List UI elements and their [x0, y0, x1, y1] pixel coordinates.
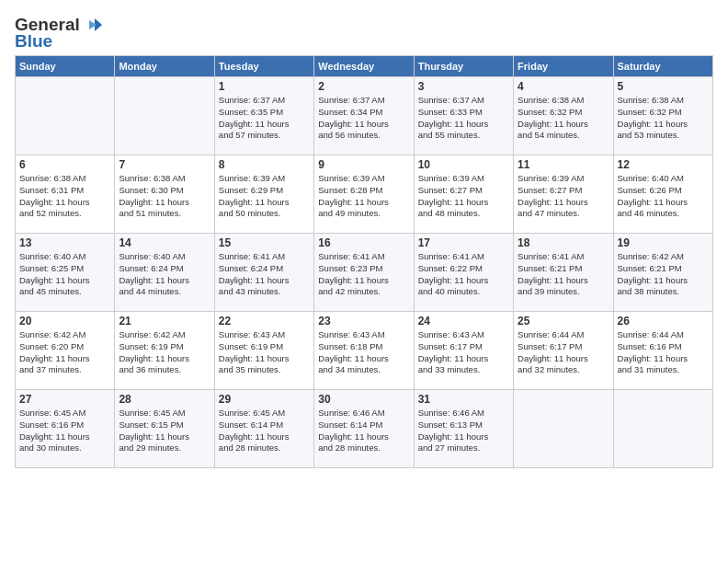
weekday-header-sunday: Sunday — [16, 56, 115, 77]
calendar-cell: 2Sunrise: 6:37 AMSunset: 6:34 PMDaylight… — [314, 77, 414, 155]
cell-info: Sunrise: 6:41 AMSunset: 6:21 PMDaylight:… — [518, 251, 609, 298]
calendar-cell: 28Sunrise: 6:45 AMSunset: 6:15 PMDayligh… — [115, 390, 214, 468]
cell-info: Sunrise: 6:46 AMSunset: 6:13 PMDaylight:… — [418, 408, 509, 454]
logo: General Blue — [15, 15, 102, 52]
day-number: 31 — [418, 393, 509, 406]
cell-info: Sunrise: 6:42 AMSunset: 6:21 PMDaylight:… — [618, 251, 709, 298]
cell-info: Sunrise: 6:45 AMSunset: 6:16 PMDaylight:… — [19, 408, 110, 454]
day-number: 11 — [518, 158, 609, 171]
cell-info: Sunrise: 6:43 AMSunset: 6:19 PMDaylight:… — [219, 329, 310, 376]
cell-info: Sunrise: 6:40 AMSunset: 6:25 PMDaylight:… — [19, 251, 110, 298]
weekday-header-thursday: Thursday — [414, 56, 513, 77]
cell-info: Sunrise: 6:37 AMSunset: 6:34 PMDaylight:… — [318, 95, 409, 142]
day-number: 12 — [618, 158, 709, 171]
weekday-header-friday: Friday — [514, 56, 613, 77]
calendar-cell: 11Sunrise: 6:39 AMSunset: 6:27 PMDayligh… — [514, 155, 613, 234]
cell-info: Sunrise: 6:44 AMSunset: 6:16 PMDaylight:… — [618, 329, 709, 376]
calendar-cell: 23Sunrise: 6:43 AMSunset: 6:18 PMDayligh… — [314, 312, 414, 390]
calendar-cell: 4Sunrise: 6:38 AMSunset: 6:32 PMDaylight… — [514, 77, 613, 155]
day-number: 8 — [219, 158, 310, 171]
calendar-cell — [613, 390, 712, 468]
cell-info: Sunrise: 6:42 AMSunset: 6:19 PMDaylight:… — [119, 329, 210, 376]
calendar-cell: 13Sunrise: 6:40 AMSunset: 6:25 PMDayligh… — [16, 234, 115, 312]
day-number: 20 — [19, 315, 110, 327]
calendar-header-row: SundayMondayTuesdayWednesdayThursdayFrid… — [16, 56, 713, 77]
cell-info: Sunrise: 6:46 AMSunset: 6:14 PMDaylight:… — [318, 408, 409, 454]
cell-info: Sunrise: 6:39 AMSunset: 6:27 PMDaylight:… — [518, 173, 609, 220]
cell-info: Sunrise: 6:39 AMSunset: 6:27 PMDaylight:… — [418, 173, 509, 220]
calendar-cell: 27Sunrise: 6:45 AMSunset: 6:16 PMDayligh… — [16, 390, 115, 468]
cell-info: Sunrise: 6:40 AMSunset: 6:24 PMDaylight:… — [119, 251, 210, 298]
logo-blue: Blue — [15, 31, 52, 52]
cell-info: Sunrise: 6:44 AMSunset: 6:17 PMDaylight:… — [518, 329, 609, 376]
day-number: 18 — [518, 236, 609, 249]
calendar-week-4: 20Sunrise: 6:42 AMSunset: 6:20 PMDayligh… — [16, 312, 713, 390]
calendar-cell: 21Sunrise: 6:42 AMSunset: 6:19 PMDayligh… — [115, 312, 214, 390]
day-number: 17 — [418, 236, 509, 249]
calendar-cell — [16, 77, 115, 155]
calendar-cell: 12Sunrise: 6:40 AMSunset: 6:26 PMDayligh… — [613, 155, 712, 234]
day-number: 29 — [219, 393, 310, 406]
calendar-cell: 19Sunrise: 6:42 AMSunset: 6:21 PMDayligh… — [613, 234, 712, 312]
day-number: 23 — [318, 315, 409, 327]
weekday-header-saturday: Saturday — [613, 56, 712, 77]
day-number: 25 — [518, 315, 609, 327]
day-number: 22 — [219, 315, 310, 327]
calendar-cell: 22Sunrise: 6:43 AMSunset: 6:19 PMDayligh… — [214, 312, 313, 390]
day-number: 2 — [318, 80, 409, 93]
logo-icon — [82, 15, 102, 35]
cell-info: Sunrise: 6:45 AMSunset: 6:14 PMDaylight:… — [219, 408, 310, 454]
day-number: 15 — [219, 236, 310, 249]
day-number: 19 — [618, 236, 709, 249]
cell-info: Sunrise: 6:45 AMSunset: 6:15 PMDaylight:… — [119, 408, 210, 454]
calendar-cell: 16Sunrise: 6:41 AMSunset: 6:23 PMDayligh… — [314, 234, 414, 312]
calendar-cell: 14Sunrise: 6:40 AMSunset: 6:24 PMDayligh… — [115, 234, 214, 312]
day-number: 9 — [318, 158, 409, 171]
calendar-week-2: 6Sunrise: 6:38 AMSunset: 6:31 PMDaylight… — [16, 155, 713, 234]
cell-info: Sunrise: 6:38 AMSunset: 6:30 PMDaylight:… — [119, 173, 210, 220]
cell-info: Sunrise: 6:39 AMSunset: 6:28 PMDaylight:… — [318, 173, 409, 220]
calendar-cell: 3Sunrise: 6:37 AMSunset: 6:33 PMDaylight… — [414, 77, 513, 155]
day-number: 30 — [318, 393, 409, 406]
calendar-cell: 20Sunrise: 6:42 AMSunset: 6:20 PMDayligh… — [16, 312, 115, 390]
calendar-cell: 8Sunrise: 6:39 AMSunset: 6:29 PMDaylight… — [214, 155, 313, 234]
cell-info: Sunrise: 6:43 AMSunset: 6:17 PMDaylight:… — [418, 329, 509, 376]
calendar-cell: 15Sunrise: 6:41 AMSunset: 6:24 PMDayligh… — [214, 234, 313, 312]
day-number: 4 — [518, 80, 609, 93]
cell-info: Sunrise: 6:38 AMSunset: 6:32 PMDaylight:… — [518, 95, 609, 142]
day-number: 24 — [418, 315, 509, 327]
calendar-cell: 26Sunrise: 6:44 AMSunset: 6:16 PMDayligh… — [613, 312, 712, 390]
cell-info: Sunrise: 6:39 AMSunset: 6:29 PMDaylight:… — [219, 173, 310, 220]
day-number: 1 — [219, 80, 310, 93]
day-number: 13 — [19, 236, 110, 249]
calendar-cell: 6Sunrise: 6:38 AMSunset: 6:31 PMDaylight… — [16, 155, 115, 234]
day-number: 10 — [418, 158, 509, 171]
calendar-cell: 29Sunrise: 6:45 AMSunset: 6:14 PMDayligh… — [214, 390, 313, 468]
calendar-cell — [514, 390, 613, 468]
calendar-cell — [115, 77, 214, 155]
cell-info: Sunrise: 6:37 AMSunset: 6:33 PMDaylight:… — [418, 95, 509, 142]
calendar-cell: 24Sunrise: 6:43 AMSunset: 6:17 PMDayligh… — [414, 312, 513, 390]
cell-info: Sunrise: 6:38 AMSunset: 6:31 PMDaylight:… — [19, 173, 110, 220]
cell-info: Sunrise: 6:38 AMSunset: 6:32 PMDaylight:… — [618, 95, 709, 142]
cell-info: Sunrise: 6:42 AMSunset: 6:20 PMDaylight:… — [19, 329, 110, 376]
weekday-header-wednesday: Wednesday — [314, 56, 414, 77]
cell-info: Sunrise: 6:43 AMSunset: 6:18 PMDaylight:… — [318, 329, 409, 376]
cell-info: Sunrise: 6:41 AMSunset: 6:22 PMDaylight:… — [418, 251, 509, 298]
day-number: 7 — [119, 158, 210, 171]
cell-info: Sunrise: 6:37 AMSunset: 6:35 PMDaylight:… — [219, 95, 310, 142]
weekday-header-monday: Monday — [115, 56, 214, 77]
day-number: 27 — [19, 393, 110, 406]
weekday-header-tuesday: Tuesday — [214, 56, 313, 77]
cell-info: Sunrise: 6:41 AMSunset: 6:24 PMDaylight:… — [219, 251, 310, 298]
calendar-cell: 30Sunrise: 6:46 AMSunset: 6:14 PMDayligh… — [314, 390, 414, 468]
day-number: 6 — [19, 158, 110, 171]
cell-info: Sunrise: 6:41 AMSunset: 6:23 PMDaylight:… — [318, 251, 409, 298]
calendar-week-5: 27Sunrise: 6:45 AMSunset: 6:16 PMDayligh… — [16, 390, 713, 468]
day-number: 3 — [418, 80, 509, 93]
calendar-cell: 9Sunrise: 6:39 AMSunset: 6:28 PMDaylight… — [314, 155, 414, 234]
day-number: 26 — [618, 315, 709, 327]
calendar-cell: 25Sunrise: 6:44 AMSunset: 6:17 PMDayligh… — [514, 312, 613, 390]
calendar-week-1: 1Sunrise: 6:37 AMSunset: 6:35 PMDaylight… — [16, 77, 713, 155]
calendar-cell: 17Sunrise: 6:41 AMSunset: 6:22 PMDayligh… — [414, 234, 513, 312]
